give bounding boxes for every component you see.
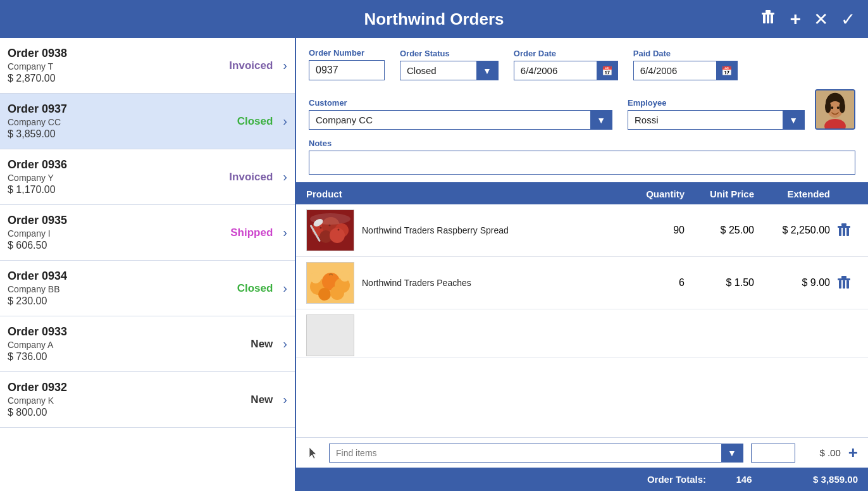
svg-point-33 [318,288,331,301]
products-section: Product Quantity Unit Price Extended [296,183,868,491]
order-totals-amount: $ 3,859.00 [782,474,858,485]
svg-point-22 [329,225,331,227]
detail-form: Order Number Order Status Closed ▼ Order… [296,38,868,183]
product-thumb-raspberry [306,209,354,251]
svg-rect-27 [843,228,845,236]
product-row-2: Northwind Traders Peaches 6 $ 1.50 $ 9.0… [296,257,868,309]
order-status-0938: Invoiced [216,59,273,72]
delete-product-2-button[interactable] [830,275,858,290]
order-list-item-0938[interactable]: Order 0938 Company T $ 2,870.00 Invoiced… [0,38,295,94]
order-status-dropdown-btn[interactable]: ▼ [476,61,498,80]
product-row-1: Northwind Traders Raspberry Spread 90 $ … [296,204,868,257]
employee-photo [815,89,855,130]
order-list-item-0932[interactable]: Order 0932 Company K $ 800.00 New › [0,372,295,428]
order-chevron-0936: › [283,170,287,184]
app-title: Northwind Orders [364,9,504,29]
notes-group: Notes [309,139,855,175]
order-info-0935: Order 0935 Company I $ 606.50 [8,214,216,251]
order-status-select[interactable]: Closed ▼ [400,61,499,80]
product-extended-1: $ 2,250.00 [754,225,830,236]
paid-date-calendar-btn[interactable]: 📅 [716,61,737,80]
order-amount-0935: $ 606.50 [8,240,216,251]
customer-label: Customer [309,98,612,108]
order-status-group: Order Status Closed ▼ [400,49,499,80]
order-date-label: Order Date [514,49,618,58]
order-company-0935: Company I [8,228,216,239]
svg-point-35 [310,272,321,283]
order-amount-0937: $ 3,859.00 [8,128,216,140]
order-company-0933: Company A [8,340,216,350]
order-info-0933: Order 0933 Company A $ 736.00 [8,325,216,363]
notes-input[interactable] [309,151,855,175]
svg-rect-41 [846,280,849,289]
header-actions: + ✕ ✓ [757,6,858,32]
confirm-button[interactable]: ✓ [838,6,858,32]
order-status-0932: New [216,394,273,406]
product-qty-1: 90 [621,225,685,236]
order-name-0932: Order 0932 [8,381,216,394]
employee-group: Employee Rossi ▼ [628,98,805,130]
svg-rect-0 [762,13,774,15]
delete-product-1-button[interactable] [830,223,858,238]
order-list-item-0937[interactable]: Order 0937 Company CC $ 3,859.00 Closed … [0,94,295,149]
cursor-indicator [306,445,321,461]
product-extended-2: $ 9.00 [754,277,830,289]
order-chevron-0932: › [283,392,287,407]
delete-button[interactable] [757,6,779,32]
order-company-0937: Company CC [8,117,216,127]
paid-date-label: Paid Date [633,49,738,58]
svg-point-18 [330,228,345,243]
customer-select[interactable]: Company CC ▼ [309,110,612,130]
svg-point-23 [338,229,340,231]
main-layout: Order 0938 Company T $ 2,870.00 Invoiced… [0,38,868,491]
product-unit-price-1: $ 25.00 [685,225,754,236]
add-item-button[interactable]: + [848,443,858,463]
employee-row: Employee Rossi ▼ [628,89,855,130]
employee-select[interactable]: Rossi ▼ [628,110,805,130]
order-chevron-0938: › [283,58,287,73]
svg-rect-25 [841,223,846,226]
find-items-qty-input[interactable] [751,444,795,463]
order-date-wrapper: 📅 [514,61,618,80]
find-items-dropdown-btn[interactable]: ▼ [721,444,743,462]
find-items-select[interactable]: ▼ [329,444,743,463]
product-thumb-peaches [306,262,354,304]
svg-rect-3 [767,15,769,23]
order-amount-0933: $ 736.00 [8,351,216,363]
product-name-2: Northwind Traders Peaches [362,278,471,288]
app-header: Northwind Orders + ✕ ✓ [0,0,868,38]
order-list-item-0936[interactable]: Order 0936 Company Y $ 1,170.00 Invoiced… [0,149,295,205]
add-button[interactable]: + [787,6,803,32]
order-info-0934: Order 0934 Company BB $ 230.00 [8,270,216,307]
order-status-label: Order Status [400,49,499,58]
paid-date-input[interactable] [634,61,716,80]
product-thumb-3 [306,314,354,356]
order-amount-0934: $ 230.00 [8,295,216,307]
order-detail: Order Number Order Status Closed ▼ Order… [296,38,868,491]
order-name-0938: Order 0938 [8,47,216,60]
order-date-input[interactable] [514,61,597,80]
col-product-header: Product [306,189,621,199]
cancel-button[interactable]: ✕ [811,6,831,32]
customer-dropdown-btn[interactable]: ▼ [590,111,612,129]
find-items-input[interactable] [330,444,721,462]
order-number-input[interactable] [309,60,385,80]
products-body: Northwind Traders Raspberry Spread 90 $ … [296,204,868,437]
order-status-0935: Shipped [216,227,273,239]
order-list-item-0934[interactable]: Order 0934 Company BB $ 230.00 Closed › [0,261,295,316]
svg-point-36 [340,271,350,282]
order-list-item-0935[interactable]: Order 0935 Company I $ 606.50 Shipped › [0,205,295,261]
order-chevron-0933: › [283,337,287,351]
product-info-3 [306,314,621,356]
svg-point-34 [330,286,344,300]
order-status-0937: Closed [216,115,273,128]
svg-rect-4 [771,15,773,23]
order-company-0938: Company T [8,61,216,71]
order-date-calendar-btn[interactable]: 📅 [597,61,617,80]
product-info-1: Northwind Traders Raspberry Spread [306,209,621,251]
svg-rect-24 [838,226,850,228]
employee-dropdown-btn[interactable]: ▼ [783,111,804,129]
paid-date-group: Paid Date 📅 [633,49,738,80]
order-list-item-0933[interactable]: Order 0933 Company A $ 736.00 New › [0,316,295,372]
order-amount-0938: $ 2,870.00 [8,73,216,84]
